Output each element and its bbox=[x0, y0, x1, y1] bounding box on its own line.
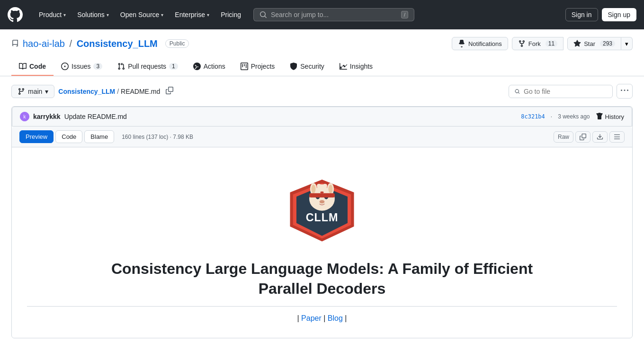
fork-icon bbox=[518, 40, 526, 47]
commit-message: Update README.md bbox=[64, 113, 127, 120]
visibility-badge: Public bbox=[165, 39, 189, 48]
commit-info-right: 8c321b4 · 3 weeks ago History bbox=[521, 113, 624, 120]
nav-pricing[interactable]: Pricing bbox=[216, 7, 246, 22]
nav-product[interactable]: Product ▾ bbox=[34, 7, 71, 22]
chevron-down-icon: ▾ bbox=[45, 88, 48, 95]
insights-icon bbox=[340, 63, 347, 70]
branch-selector[interactable]: main ▾ bbox=[11, 85, 54, 98]
search-box[interactable]: Search or jump to... / bbox=[253, 8, 414, 21]
avatar: k bbox=[20, 112, 29, 121]
code-tab[interactable]: Code bbox=[55, 130, 82, 143]
tab-pull-requests[interactable]: Pull requests 1 bbox=[110, 58, 186, 76]
breadcrumb: Consistency_LLM / README.md bbox=[58, 88, 160, 95]
download-icon bbox=[597, 134, 603, 140]
star-button[interactable]: Star 293 bbox=[567, 37, 621, 50]
preview-tab[interactable]: Preview bbox=[19, 130, 54, 143]
tab-security[interactable]: Security bbox=[282, 58, 332, 76]
copy-path-button[interactable] bbox=[164, 85, 175, 98]
download-button[interactable] bbox=[592, 131, 608, 143]
svg-text:CLLM: CLLM bbox=[306, 211, 339, 224]
github-logo[interactable] bbox=[8, 7, 23, 22]
chevron-down-icon: ▾ bbox=[207, 12, 209, 18]
svg-point-9 bbox=[312, 185, 316, 193]
paper-link[interactable]: Paper bbox=[301, 314, 322, 322]
commit-hash-link[interactable]: 8c321b4 bbox=[521, 113, 545, 120]
file-content: CLLM bbox=[12, 147, 632, 338]
actions-icon bbox=[193, 63, 201, 70]
repo-owner-link[interactable]: hao-ai-lab bbox=[23, 38, 65, 49]
pr-count: 1 bbox=[169, 63, 178, 70]
breadcrumb-file: README.md bbox=[121, 88, 160, 95]
file-view-header: Preview Code Blame 160 lines (137 loc) ·… bbox=[12, 127, 632, 147]
svg-point-15 bbox=[320, 200, 325, 203]
nav-enterprise[interactable]: Enterprise ▾ bbox=[170, 7, 214, 22]
copy-icon bbox=[166, 87, 173, 94]
readme-title: Consistency Large Language Models: A Fam… bbox=[111, 259, 533, 299]
svg-rect-16 bbox=[309, 193, 335, 198]
readme-divider bbox=[27, 306, 617, 307]
chevron-down-icon: ▾ bbox=[625, 40, 628, 47]
code-icon bbox=[19, 63, 27, 70]
copy-file-button[interactable] bbox=[575, 131, 590, 143]
site-header: Product ▾ Solutions ▾ Open Source ▾ Ente… bbox=[0, 0, 644, 29]
toc-button[interactable] bbox=[609, 131, 625, 143]
file-meta: 160 lines (137 loc) · 7.98 KB bbox=[122, 130, 193, 143]
branch-name: main bbox=[28, 88, 42, 95]
file-view: k karrykkk Update README.md 8c321b4 · 3 … bbox=[11, 106, 633, 338]
readme-links: | Paper | Blog | bbox=[297, 314, 347, 323]
commit-time: 3 weeks ago bbox=[558, 113, 590, 120]
main-nav: Product ▾ Solutions ▾ Open Source ▾ Ente… bbox=[34, 7, 246, 22]
repo-name-link[interactable]: Consistency_LLM bbox=[77, 38, 158, 49]
search-icon bbox=[259, 11, 267, 18]
commit-bar: k karrykkk Update README.md 8c321b4 · 3 … bbox=[12, 107, 632, 127]
star-dropdown-button[interactable]: ▾ bbox=[621, 37, 633, 50]
star-group: Star 293 ▾ bbox=[567, 37, 633, 50]
nav-open-source[interactable]: Open Source ▾ bbox=[116, 7, 169, 22]
issues-count: 3 bbox=[93, 63, 102, 70]
star-icon bbox=[573, 40, 581, 47]
blame-tab[interactable]: Blame bbox=[84, 130, 114, 143]
pr-icon bbox=[117, 63, 125, 70]
search-area: Search or jump to... / bbox=[253, 8, 558, 21]
cllm-logo: CLLM bbox=[279, 163, 365, 248]
history-button[interactable]: History bbox=[596, 113, 624, 120]
breadcrumb-repo-link[interactable]: Consistency_LLM bbox=[58, 88, 115, 95]
nav-solutions[interactable]: Solutions ▾ bbox=[72, 7, 114, 22]
search-placeholder: Search or jump to... bbox=[271, 11, 397, 18]
svg-point-10 bbox=[329, 185, 333, 193]
svg-point-20 bbox=[323, 184, 327, 187]
goto-file-input[interactable] bbox=[524, 88, 607, 95]
branch-icon bbox=[18, 88, 25, 95]
tab-projects[interactable]: Projects bbox=[233, 58, 283, 76]
toc-icon bbox=[614, 134, 620, 140]
repo-header: hao-ai-lab / Consistency_LLM Public Noti… bbox=[0, 29, 644, 76]
header-actions: Sign in Sign up bbox=[565, 8, 636, 21]
signin-button[interactable]: Sign in bbox=[565, 8, 598, 21]
goto-file-search[interactable] bbox=[509, 85, 613, 98]
commit-author[interactable]: karrykkk bbox=[33, 113, 61, 120]
raw-button[interactable]: Raw bbox=[554, 131, 573, 143]
fork-button[interactable]: Fork 11 bbox=[512, 37, 564, 50]
signup-button[interactable]: Sign up bbox=[602, 8, 636, 21]
security-icon bbox=[290, 63, 297, 70]
projects-icon bbox=[241, 63, 248, 70]
more-options-button[interactable] bbox=[617, 84, 633, 99]
bell-icon bbox=[458, 40, 465, 47]
tab-actions[interactable]: Actions bbox=[186, 58, 233, 76]
notifications-button[interactable]: Notifications bbox=[452, 37, 508, 50]
tab-insights[interactable]: Insights bbox=[332, 58, 380, 76]
tab-issues[interactable]: Issues 3 bbox=[54, 58, 110, 76]
history-icon bbox=[596, 113, 603, 120]
commit-separator: · bbox=[551, 113, 552, 120]
repo-title-bar: hao-ai-lab / Consistency_LLM Public Noti… bbox=[11, 37, 633, 58]
svg-point-19 bbox=[317, 184, 321, 187]
search-icon bbox=[515, 88, 520, 95]
file-tabs: Preview Code Blame 160 lines (137 loc) ·… bbox=[19, 130, 193, 143]
file-nav-bar: main ▾ Consistency_LLM / README.md bbox=[11, 84, 633, 99]
chevron-down-icon: ▾ bbox=[63, 12, 66, 18]
ellipsis-icon bbox=[621, 87, 628, 94]
blog-link[interactable]: Blog bbox=[328, 314, 343, 322]
tab-code[interactable]: Code bbox=[11, 58, 54, 76]
copy-icon bbox=[580, 134, 586, 140]
file-actions: Raw bbox=[554, 131, 625, 143]
